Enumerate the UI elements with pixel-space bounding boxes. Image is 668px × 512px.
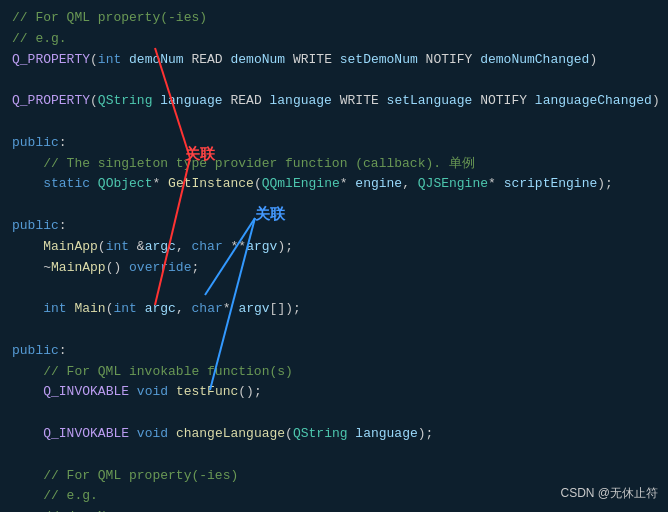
code-line-8: // The singleton type provider function … <box>12 154 656 175</box>
code-line-10 <box>12 195 656 216</box>
code-line-17: public: <box>12 341 656 362</box>
watermark: CSDN @无休止符 <box>560 485 658 502</box>
code-line-24: // e.g. <box>12 486 656 507</box>
code-line-18: // For QML invokable function(s) <box>12 362 656 383</box>
code-line-20 <box>12 403 656 424</box>
code-block: // For QML property(-ies) // e.g. Q_PROP… <box>0 0 668 512</box>
code-line-12: MainApp(int &argc, char **argv); <box>12 237 656 258</box>
code-line-1: // For QML property(-ies) <box>12 8 656 29</box>
code-line-9: static QObject* GetInstance(QQmlEngine* … <box>12 174 656 195</box>
code-line-2: // e.g. <box>12 29 656 50</box>
code-line-13: ~MainApp() override; <box>12 258 656 279</box>
code-line-22 <box>12 445 656 466</box>
label-blue-annotation: 关联 <box>255 205 285 224</box>
code-line-14 <box>12 278 656 299</box>
code-line-3: Q_PROPERTY(int demoNum READ demoNum WRIT… <box>12 50 656 71</box>
code-line-7: public: <box>12 133 656 154</box>
code-line-5: Q_PROPERTY(QString language READ languag… <box>12 91 656 112</box>
code-line-16 <box>12 320 656 341</box>
code-line-11: public: <box>12 216 656 237</box>
code-line-15: int Main(int argc, char* argv[]); <box>12 299 656 320</box>
code-line-25: // demoNum <box>12 507 656 512</box>
label-red-annotation: 关联 <box>185 145 215 164</box>
code-line-4 <box>12 70 656 91</box>
code-line-19: Q_INVOKABLE void testFunc(); <box>12 382 656 403</box>
code-line-21: Q_INVOKABLE void changeLanguage(QString … <box>12 424 656 445</box>
code-line-23: // For QML property(-ies) <box>12 466 656 487</box>
code-line-6 <box>12 112 656 133</box>
